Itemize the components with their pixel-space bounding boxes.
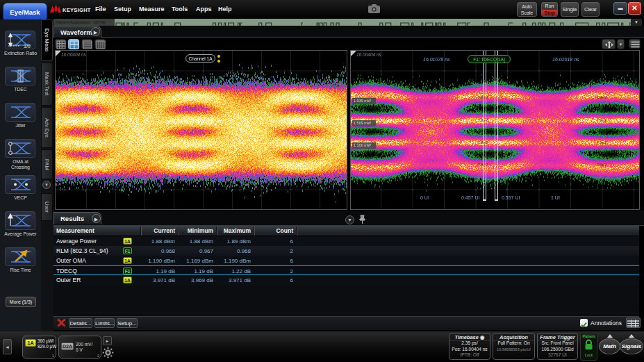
svg-text:1/0: 1/0	[24, 44, 31, 49]
